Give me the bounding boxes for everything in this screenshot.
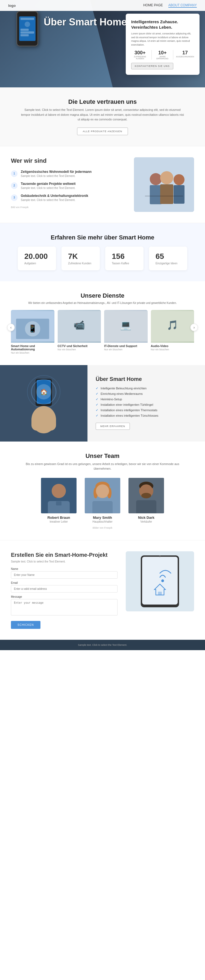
team-img-robert	[41, 478, 77, 513]
team-name-robert: Robert Braun	[41, 515, 77, 520]
team-desc: Bis zu einem gewissen Grad ist es uns ge…	[21, 462, 184, 471]
footer-text: Sample text. Click to select the Text El…	[8, 644, 197, 646]
check-item-5: Installation eines intelligenten Thermos…	[96, 409, 197, 412]
hero-stat-1-num: 300+	[131, 50, 149, 56]
team-role-nick: Verkäufer	[128, 520, 164, 523]
navigation: logo HOME PAGE ABOUT COMPANY	[0, 0, 205, 11]
svg-point-5	[174, 174, 184, 185]
stats-title: Erfahren Sie mehr über Smart Home	[11, 234, 194, 241]
service-card-3-bg: 💻	[104, 310, 147, 343]
contact-title: Erstellen Sie ein Smart-Home-Projekt	[11, 551, 117, 558]
service-card-2-label: CCTV und Sicherheit	[58, 344, 101, 348]
contact-right	[126, 551, 194, 611]
contact-left: Erstellen Sie ein Smart-Home-Projekt Sam…	[11, 551, 117, 629]
email-input[interactable]	[11, 585, 117, 593]
check-item-2: Einrichtung eines Medienraums	[96, 392, 197, 395]
robert-avatar	[41, 478, 77, 513]
team-image-credit: Bilder von Freepik	[11, 527, 194, 529]
audio-img: 🎵	[151, 310, 194, 343]
svg-rect-6	[174, 185, 184, 204]
phone-bar-1	[21, 18, 34, 20]
nav-home[interactable]: HOME PAGE	[143, 3, 163, 8]
team-role-robert: kreativer Leiter	[41, 520, 77, 523]
nav-links: HOME PAGE ABOUT COMPANY	[143, 3, 197, 8]
check-item-1: Intelligente Beleuchtung einrichten	[96, 387, 197, 390]
message-input[interactable]	[11, 599, 117, 616]
check-item-4: Installation einer intelligenten Türklin…	[96, 403, 197, 406]
hero-contact-btn[interactable]: KONTAKTIEREN SIE UNS	[131, 63, 173, 69]
about-smart-title: Über Smart Home	[96, 376, 197, 382]
who-image-credit: Bild von Freepik	[11, 206, 126, 208]
learn-more-btn[interactable]: MEHR ERFAHREN	[96, 423, 130, 430]
stat-card-3: 156 Tassen Kaffee	[105, 247, 144, 270]
submit-btn[interactable]: SCHICKEN	[11, 621, 40, 629]
svg-point-47	[161, 579, 164, 582]
service-card-3: 💻 IT-Dienste und Support Nur ein bissche…	[104, 310, 147, 354]
footer: Sample text. Click to select the Text El…	[0, 640, 205, 650]
service-card-2-sub: Nur ein bisschen	[58, 348, 101, 351]
form-group-name: Name	[11, 567, 117, 579]
who-img-content	[134, 157, 194, 212]
service-card-1-bg: 📱	[11, 310, 54, 343]
services-slider: ‹ 📱 Smart Home und Automatisierung Nur e…	[11, 310, 194, 354]
svg-rect-30	[56, 501, 61, 506]
service-card-1-label: Smart Home und Automatisierung	[11, 344, 54, 351]
svg-rect-2	[150, 185, 162, 204]
hero-title-area: Über Smart Homes	[44, 16, 132, 28]
phone-bar-3	[21, 32, 34, 33]
hero-stat-3-num: 17	[176, 50, 194, 56]
svg-text:🎵: 🎵	[167, 320, 178, 331]
services-section: Unsere Dienste Wir bieten ein umfassende…	[0, 281, 205, 365]
hero-stat-2-label: JAHRE ERFAHRUNG	[154, 56, 170, 59]
stat-1-label: Aufgaben	[24, 262, 50, 265]
svg-rect-46	[142, 557, 178, 605]
trust-section: Die Leute vertrauen uns Sample text. Cli…	[0, 88, 205, 146]
trust-body: Sample text. Click to select the Text El…	[21, 108, 184, 122]
trust-btn[interactable]: ALLE PRODUKTE ANZEIGEN	[77, 127, 128, 135]
service-card-3-sub: Nur ein bisschen	[104, 348, 147, 351]
service-card-4-bg: 🎵	[151, 310, 194, 343]
who-item-3-text: Sample text. Click to select the Text El…	[21, 199, 88, 202]
stat-4-num: 65	[155, 252, 181, 261]
team-name-mary: Mary Smith	[85, 515, 120, 520]
smart-home-hand-img: 🏠	[0, 365, 88, 442]
nav-about[interactable]: ABOUT COMPANY	[168, 3, 197, 8]
hero-stats: 300+ ZUFRIEDENE KUNDEN 10+ JAHRE ERFAHRU…	[131, 50, 194, 59]
about-smart-section: 🏠 Über Smart Home Intelligente Beleuchtu…	[0, 365, 205, 442]
who-item-2-title: Tausende geniale Projekte weltweit	[21, 182, 76, 186]
team-card-robert: Robert Braun kreativer Leiter	[41, 478, 77, 523]
stat-1-num: 20.000	[24, 252, 50, 261]
name-input[interactable]	[11, 571, 117, 579]
stat-card-1: 20.000 Aufgaben	[18, 247, 56, 270]
who-image	[134, 157, 194, 212]
phone-bar-4	[21, 34, 29, 36]
contact-desc: Sample text. Click to select the Text El…	[11, 560, 117, 563]
email-label: Email	[11, 581, 117, 584]
services-row: 📱 Smart Home und Automatisierung Nur ein…	[11, 310, 194, 354]
hero-stat-1-label: ZUFRIEDENE KUNDEN	[131, 56, 149, 59]
who-item-2-content: Tausende geniale Projekte weltweit Sampl…	[21, 182, 76, 189]
slider-next-btn[interactable]: ›	[190, 324, 198, 331]
about-smart-checklist: Intelligente Beleuchtung einrichten Einr…	[96, 387, 197, 417]
svg-point-1	[150, 173, 162, 185]
svg-rect-43	[136, 500, 156, 513]
svg-rect-48	[158, 592, 162, 595]
hero-phone-screen	[19, 16, 35, 41]
svg-rect-4	[160, 184, 173, 204]
team-img-nick	[128, 478, 164, 513]
who-num-1: 1	[11, 170, 18, 177]
nick-avatar	[128, 478, 164, 513]
team-section: Unser Team Bis zu einem gewissen Grad is…	[0, 442, 205, 540]
stat-3-num: 156	[112, 252, 137, 261]
slider-prev-btn[interactable]: ‹	[7, 324, 15, 331]
stats-row: 20.000 Aufgaben 7K Zufriedene Kunden 156…	[11, 247, 194, 270]
svg-text:📹: 📹	[74, 320, 85, 331]
team-card-nick: Nick Dark Verkäufer	[128, 478, 164, 523]
who-item-1-content: Zeitgenössisches Wohnmodell für jederman…	[21, 170, 91, 178]
smart-home-img: 📱	[11, 310, 54, 343]
tablet-illustration	[126, 551, 194, 611]
who-item-1-text: Sample text. Click to select the Text El…	[21, 175, 91, 178]
service-card-2: 📹 CCTV und Sicherheit Nur ein bisschen	[58, 310, 101, 354]
hero-title: Über Smart Homes	[44, 16, 132, 28]
service-card-4-sub: Nur ein bisschen	[151, 348, 194, 351]
